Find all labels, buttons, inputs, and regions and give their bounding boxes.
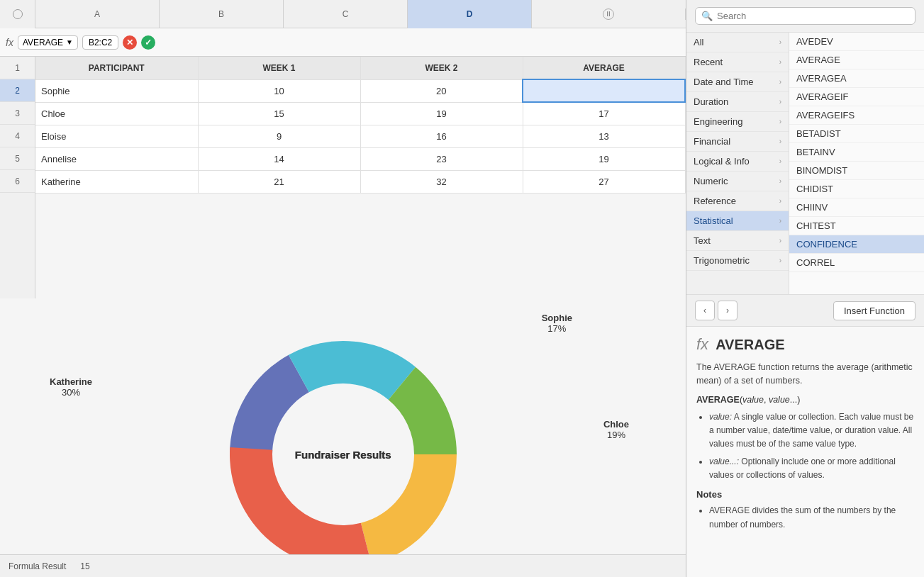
col-header-a[interactable]: A bbox=[35, 0, 160, 28]
function-item-confidence[interactable]: CONFIDENCE bbox=[789, 235, 924, 254]
chart-label-sophie: Sophie 17% bbox=[542, 313, 572, 334]
cell-b5[interactable]: 14 bbox=[198, 147, 360, 170]
category-item-logical[interactable]: Logical & Info › bbox=[686, 152, 789, 172]
chevron-right-icon-text: › bbox=[779, 237, 781, 245]
nav-next-button[interactable]: › bbox=[718, 301, 737, 320]
func-note-item: AVERAGE divides the sum of the numbers b… bbox=[709, 504, 914, 531]
row-header-2[interactable]: 2 bbox=[0, 79, 35, 102]
cell-d1[interactable]: AVERAGE bbox=[523, 57, 685, 79]
category-item-engineering[interactable]: Engineering › bbox=[686, 112, 789, 132]
table-row: Katherine 21 32 27 bbox=[35, 170, 685, 193]
cell-a6[interactable]: Katherine bbox=[35, 170, 198, 193]
function-detail: fx AVERAGE The AVERAGE function returns … bbox=[686, 327, 924, 577]
cell-a5[interactable]: Annelise bbox=[35, 147, 198, 170]
cell-b6[interactable]: 21 bbox=[198, 170, 360, 193]
func-notes-header: Notes bbox=[696, 489, 914, 500]
cell-d2[interactable] bbox=[523, 79, 685, 102]
category-label-reference: Reference bbox=[694, 196, 736, 206]
function-item-betainv[interactable]: BETAINV bbox=[789, 143, 924, 162]
cell-d3[interactable]: 17 bbox=[523, 102, 685, 125]
nav-buttons: ‹ › bbox=[695, 301, 737, 320]
category-item-recent[interactable]: Recent › bbox=[686, 52, 789, 72]
function-browser: All › Recent › Date and Time › Duration … bbox=[686, 33, 924, 295]
function-item-average[interactable]: AVERAGE bbox=[789, 51, 924, 69]
function-item-averageif[interactable]: AVERAGEIF bbox=[789, 88, 924, 106]
row-header-1[interactable]: 1 bbox=[0, 57, 35, 79]
col-header-expand[interactable]: ⏸ bbox=[603, 9, 614, 20]
function-item-betadist[interactable]: BETADIST bbox=[789, 125, 924, 143]
search-input[interactable] bbox=[717, 11, 909, 21]
status-label: Formula Result bbox=[9, 561, 66, 571]
corner-icon[interactable] bbox=[13, 9, 23, 19]
cell-b1[interactable]: WEEK 1 bbox=[198, 57, 360, 79]
category-item-all[interactable]: All › bbox=[686, 33, 789, 52]
search-bar: 🔍 bbox=[686, 0, 924, 33]
function-item-binomdist[interactable]: BINOMDIST bbox=[789, 162, 924, 180]
row-header-3[interactable]: 3 bbox=[0, 102, 35, 125]
donut-segment-annelise bbox=[360, 454, 456, 554]
function-item-avedev[interactable]: AVEDEV bbox=[789, 33, 924, 51]
nav-insert-bar: ‹ › Insert Function bbox=[686, 295, 924, 327]
cell-d5[interactable]: 19 bbox=[523, 147, 685, 170]
category-item-trigonometric[interactable]: Trigonometric › bbox=[686, 251, 789, 271]
row-header-6[interactable]: 6 bbox=[0, 170, 35, 193]
function-item-correl[interactable]: CORREL bbox=[789, 254, 924, 272]
table-row: Chloe 15 19 17 bbox=[35, 102, 685, 125]
function-item-averageifs[interactable]: AVERAGEIFS bbox=[789, 106, 924, 125]
column-headers: A B C D ⏸ bbox=[0, 0, 686, 28]
category-label-logical: Logical & Info bbox=[694, 156, 750, 167]
cell-d6[interactable]: 27 bbox=[523, 170, 685, 193]
search-input-wrap: 🔍 bbox=[695, 7, 915, 25]
prev-icon: ‹ bbox=[703, 306, 706, 315]
fx-icon: fx bbox=[6, 37, 13, 48]
category-label-all: All bbox=[694, 37, 703, 47]
cell-c4[interactable]: 16 bbox=[360, 125, 523, 147]
category-item-reference[interactable]: Reference › bbox=[686, 191, 789, 211]
formula-accept-button[interactable]: ✓ bbox=[141, 35, 155, 50]
row-header-4[interactable]: 4 bbox=[0, 125, 35, 147]
category-item-numeric[interactable]: Numeric › bbox=[686, 172, 789, 191]
formula-cell-ref[interactable]: B2:C2 bbox=[82, 35, 118, 50]
category-item-statistical[interactable]: Statistical › bbox=[686, 211, 789, 231]
category-item-text[interactable]: Text › bbox=[686, 231, 789, 251]
col-header-d[interactable]: D bbox=[408, 0, 532, 28]
cell-c6[interactable]: 32 bbox=[360, 170, 523, 193]
category-item-financial[interactable]: Financial › bbox=[686, 132, 789, 152]
nav-prev-button[interactable]: ‹ bbox=[695, 301, 715, 320]
cell-c1[interactable]: WEEK 2 bbox=[360, 57, 523, 79]
category-item-duration[interactable]: Duration › bbox=[686, 92, 789, 112]
col-header-b[interactable]: B bbox=[160, 0, 284, 28]
svg-text:Fundraiser Results: Fundraiser Results bbox=[295, 449, 391, 461]
function-item-averagea[interactable]: AVERAGEA bbox=[789, 69, 924, 88]
table-row: Sophie 10 20 bbox=[35, 79, 685, 102]
donut-svg: Fundraiser Results bbox=[208, 320, 478, 554]
insert-function-button[interactable]: Insert Function bbox=[833, 301, 915, 320]
function-item-chitest[interactable]: CHITEST bbox=[789, 217, 924, 235]
formula-cancel-button[interactable]: ✕ bbox=[123, 35, 137, 50]
formula-function-selector[interactable]: AVERAGE ▼ bbox=[18, 35, 78, 50]
cell-d4[interactable]: 13 bbox=[523, 125, 685, 147]
category-item-date-time[interactable]: Date and Time › bbox=[686, 72, 789, 92]
col-header-c[interactable]: C bbox=[284, 0, 408, 28]
cell-c2[interactable]: 20 bbox=[360, 79, 523, 102]
grid-content: PARTICIPANT WEEK 1 WEEK 2 AVERAGE Sophie… bbox=[35, 57, 686, 298]
data-table: PARTICIPANT WEEK 1 WEEK 2 AVERAGE Sophie… bbox=[35, 57, 686, 194]
cell-a4[interactable]: Eloise bbox=[35, 125, 198, 147]
corner-cell bbox=[0, 0, 35, 28]
cell-b2[interactable]: 10 bbox=[198, 79, 360, 102]
function-item-chiinv[interactable]: CHIINV bbox=[789, 198, 924, 217]
cell-a3[interactable]: Chloe bbox=[35, 102, 198, 125]
func-description: The AVERAGE function returns the average… bbox=[696, 361, 914, 388]
donut-chart-wrapper: Sophie 17% Chloe 19% Eloise 14% Annelise… bbox=[14, 306, 672, 554]
cell-a1[interactable]: PARTICIPANT bbox=[35, 57, 198, 79]
function-item-chidist[interactable]: CHIDIST bbox=[789, 180, 924, 198]
cell-b3[interactable]: 15 bbox=[198, 102, 360, 125]
category-label-engineering: Engineering bbox=[694, 116, 742, 127]
cell-a2[interactable]: Sophie bbox=[35, 79, 198, 102]
function-panel: 🔍 All › Recent › Date and Time › Duratio… bbox=[686, 0, 924, 577]
chevron-right-icon-recent: › bbox=[779, 58, 781, 66]
cell-c5[interactable]: 23 bbox=[360, 147, 523, 170]
row-header-5[interactable]: 5 bbox=[0, 147, 35, 170]
cell-b4[interactable]: 9 bbox=[198, 125, 360, 147]
cell-c3[interactable]: 19 bbox=[360, 102, 523, 125]
